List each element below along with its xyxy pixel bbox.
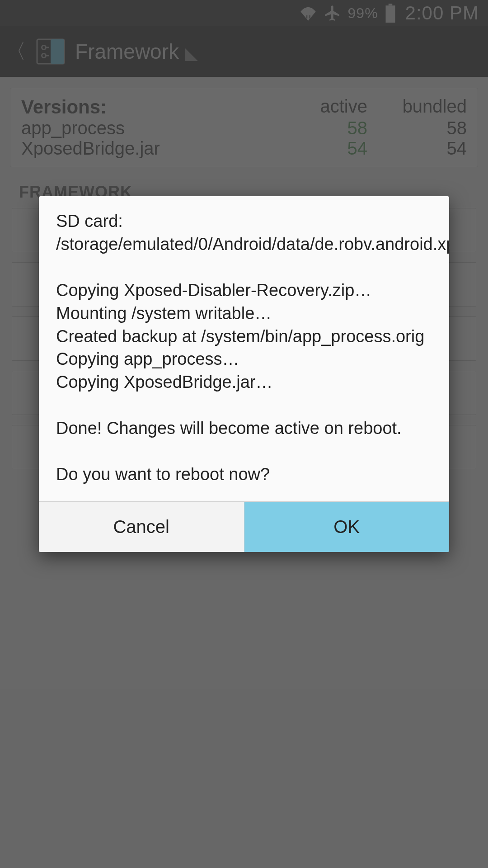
cancel-button[interactable]: Cancel [39,502,244,552]
dialog-actions: Cancel OK [39,501,449,552]
ok-button[interactable]: OK [244,502,450,552]
install-dialog: SD card: /storage/emulated/0/Android/dat… [39,196,449,552]
modal-overlay: SD card: /storage/emulated/0/Android/dat… [0,0,488,868]
dialog-body: SD card: /storage/emulated/0/Android/dat… [39,196,449,501]
